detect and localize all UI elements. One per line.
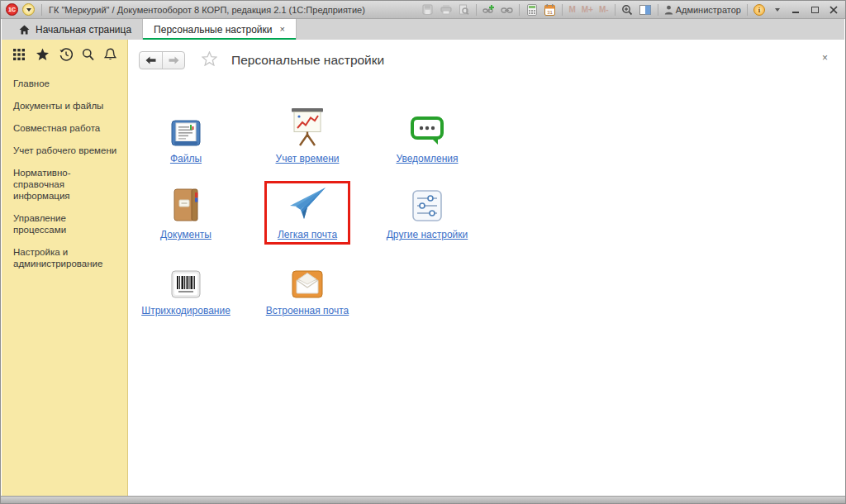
tile-barcoding-link[interactable]: Штрихкодирование bbox=[141, 305, 231, 316]
save-icon[interactable] bbox=[421, 3, 434, 16]
tile-time-tracking[interactable]: Учет времени bbox=[245, 105, 369, 164]
tab-home[interactable]: Начальная страница bbox=[8, 19, 142, 40]
notifications-icon bbox=[411, 105, 444, 146]
1c-logo-icon: 1С bbox=[6, 3, 18, 16]
sidebar-item-process-management[interactable]: Управление процессами bbox=[13, 212, 121, 235]
tile-time-tracking-link[interactable]: Учет времени bbox=[276, 153, 340, 164]
forward-button[interactable] bbox=[162, 52, 184, 69]
barcode-icon bbox=[171, 257, 201, 298]
other-settings-icon bbox=[411, 181, 443, 222]
sidebar-item-settings-administration[interactable]: Настройка и администрирование bbox=[13, 246, 121, 269]
builtin-mail-icon bbox=[292, 257, 323, 298]
page-close-icon[interactable]: × bbox=[822, 52, 828, 64]
calculator-icon[interactable] bbox=[525, 3, 538, 16]
sidebar-item-documents-files[interactable]: Документы и файлы bbox=[13, 100, 121, 112]
tile-barcoding[interactable]: Штрихкодирование bbox=[124, 257, 248, 316]
memory-m-plus-button[interactable]: M+ bbox=[582, 5, 593, 14]
tile-notifications-link[interactable]: Уведомления bbox=[396, 153, 458, 164]
page-title: Персональные настройки bbox=[231, 53, 384, 68]
user-icon bbox=[664, 5, 673, 15]
calendar-icon[interactable]: 31 bbox=[544, 3, 556, 16]
tile-light-mail-link[interactable]: Легкая почта bbox=[278, 229, 337, 240]
tile-other-settings-link[interactable]: Другие настройки bbox=[387, 229, 468, 240]
maximize-button[interactable] bbox=[808, 4, 821, 16]
sidebar-item-time-tracking[interactable]: Учет рабочего времени bbox=[13, 145, 121, 156]
sidebar-item-reference-info[interactable]: Нормативно-справочная информация bbox=[13, 167, 121, 202]
sidebar-menu: Главное Документы и файлы Совместная раб… bbox=[2, 78, 127, 269]
tile-files[interactable]: Файлы bbox=[124, 105, 248, 164]
apps-grid-icon[interactable] bbox=[12, 48, 26, 61]
window-title: ГК "Меркурий" / Документооборот 8 КОРП, … bbox=[49, 5, 365, 15]
current-user[interactable]: Администратор bbox=[664, 5, 741, 15]
zoom-in-icon[interactable] bbox=[621, 3, 634, 16]
search-magnifier-icon[interactable] bbox=[82, 48, 94, 61]
tab-personal-settings[interactable]: Персональные настройки × bbox=[142, 19, 297, 40]
sidebar-item-collaboration[interactable]: Совместная работа bbox=[13, 122, 121, 134]
minimize-button[interactable] bbox=[789, 4, 802, 16]
content-area: Персональные настройки × Файлы Учет врем… bbox=[129, 40, 844, 496]
main-menu-button[interactable] bbox=[22, 3, 35, 16]
files-icon bbox=[171, 105, 201, 146]
tile-documents-link[interactable]: Документы bbox=[160, 229, 212, 240]
sidebar: Главное Документы и файлы Совместная раб… bbox=[2, 40, 128, 496]
panels-icon[interactable] bbox=[639, 3, 652, 16]
documents-icon bbox=[171, 181, 201, 222]
favorites-star-icon[interactable] bbox=[36, 48, 50, 61]
notifications-bell-icon[interactable] bbox=[104, 48, 116, 61]
close-button[interactable] bbox=[827, 4, 840, 16]
tile-builtin-mail[interactable]: Встроенная почта bbox=[245, 257, 369, 316]
tile-light-mail[interactable]: Легкая почта bbox=[245, 181, 369, 240]
memory-m-button[interactable]: M bbox=[568, 5, 575, 14]
light-mail-icon bbox=[288, 181, 327, 222]
tile-other-settings[interactable]: Другие настройки bbox=[365, 181, 489, 240]
home-icon bbox=[19, 25, 30, 35]
svg-text:31: 31 bbox=[548, 9, 554, 14]
print-icon[interactable] bbox=[440, 3, 452, 16]
back-button[interactable] bbox=[140, 52, 162, 69]
history-clock-icon[interactable] bbox=[59, 48, 73, 61]
tile-builtin-mail-link[interactable]: Встроенная почта bbox=[266, 305, 349, 316]
favorite-star-icon[interactable] bbox=[202, 51, 217, 69]
tile-notifications[interactable]: Уведомления bbox=[365, 105, 489, 164]
window-bottom-frame bbox=[1, 496, 845, 503]
user-name-label: Администратор bbox=[676, 5, 741, 15]
tab-home-label: Начальная страница bbox=[36, 24, 131, 36]
tab-personal-settings-label: Персональные настройки bbox=[154, 24, 272, 36]
external-link-icon[interactable] bbox=[501, 3, 513, 16]
time-tracking-icon bbox=[290, 105, 325, 146]
tile-documents[interactable]: Документы bbox=[124, 181, 248, 240]
content-header: Персональные настройки × bbox=[139, 50, 836, 70]
titlebar: 1С ГК "Меркурий" / Документооборот 8 КОР… bbox=[1, 1, 845, 19]
sidebar-item-main[interactable]: Главное bbox=[13, 78, 121, 89]
memory-m-minus-button[interactable]: M- bbox=[599, 5, 609, 14]
app-window: 1С ГК "Меркурий" / Документооборот 8 КОР… bbox=[0, 0, 846, 504]
tab-close-icon[interactable]: × bbox=[280, 25, 285, 34]
add-link-icon[interactable] bbox=[482, 3, 495, 16]
preview-icon[interactable] bbox=[458, 3, 470, 16]
tile-files-link[interactable]: Файлы bbox=[170, 153, 202, 164]
chevron-down-icon[interactable] bbox=[771, 3, 783, 16]
info-icon[interactable]: i bbox=[753, 4, 765, 16]
sidebar-toolbar bbox=[2, 40, 127, 68]
tab-bar: Начальная страница Персональные настройк… bbox=[2, 19, 844, 40]
